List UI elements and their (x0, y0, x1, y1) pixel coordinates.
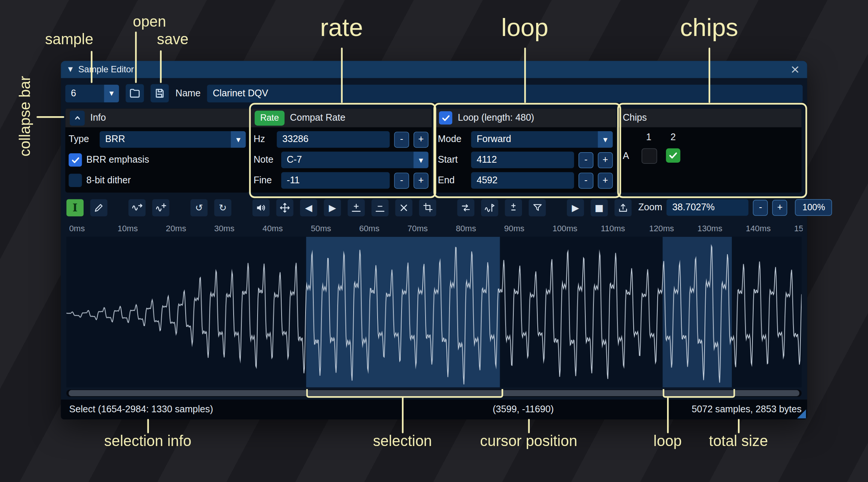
loop-end-plus-button[interactable]: + (598, 172, 613, 189)
resample-button[interactable] (152, 199, 169, 216)
filter-button[interactable] (529, 199, 546, 216)
chevron-up-icon (73, 114, 82, 123)
scrollbar-thumb[interactable] (69, 390, 799, 396)
dither-checkbox[interactable] (69, 174, 82, 187)
undo-button[interactable]: ↺ (190, 199, 208, 216)
chevron-down-icon[interactable]: ▼ (104, 84, 119, 102)
upload-icon (618, 202, 628, 213)
resize-grip[interactable] (797, 410, 806, 419)
rate-badge[interactable]: Rate (255, 111, 284, 126)
chip-2-checkbox[interactable] (666, 148, 680, 163)
time-ruler[interactable]: 0ms10ms20ms30ms40ms50ms60ms70ms80ms90ms1… (66, 222, 803, 236)
ruler-label: 70ms (408, 223, 428, 233)
waveform-view[interactable] (66, 237, 802, 388)
horizontal-scrollbar[interactable] (66, 389, 802, 397)
chips-col-2: 2 (666, 132, 680, 143)
zoom-reset-button[interactable]: 100% (795, 199, 832, 216)
rate-panel: Rate Compat Rate Hz 33286 - + Note C-7 ▼ (250, 108, 432, 192)
delete-button[interactable] (395, 199, 412, 216)
line-minus-icon (375, 202, 385, 213)
normalize-button[interactable] (276, 199, 294, 216)
folder-icon (129, 87, 141, 99)
loop-start-minus-button[interactable]: - (579, 152, 594, 168)
loop-checkbox[interactable] (439, 111, 452, 124)
brr-emphasis-checkbox[interactable] (69, 153, 82, 166)
draw-tool-button[interactable] (90, 199, 108, 216)
sample-select[interactable]: 6 ▼ (65, 84, 119, 102)
select-tool-button[interactable]: I (66, 199, 84, 216)
annotation-loop: loop (501, 13, 549, 42)
loop-header: Loop (length: 480) (458, 112, 534, 124)
type-select[interactable]: BRR ▼ (100, 131, 246, 148)
swap-arrows-icon (460, 202, 471, 213)
hz-input[interactable]: 33286 (277, 131, 390, 148)
hz-label: Hz (253, 134, 272, 145)
trim-button[interactable] (419, 199, 436, 216)
chevron-down-icon[interactable]: ▼ (414, 152, 429, 168)
fade-out-button[interactable]: ▶ (324, 199, 341, 216)
chip-1-checkbox[interactable] (642, 148, 657, 164)
hz-plus-button[interactable]: + (414, 132, 429, 148)
loop-end-label: End (438, 175, 467, 186)
ruler-label: 80ms (456, 223, 476, 233)
apply-silence-button[interactable] (372, 199, 389, 216)
name-label: Name (175, 88, 201, 99)
titlebar[interactable]: ▼ Sample Editor × (61, 61, 807, 78)
chevron-down-icon[interactable]: ▼ (598, 131, 613, 148)
insert-silence-button[interactable] (348, 199, 365, 216)
zoom-out-button[interactable]: - (753, 199, 768, 216)
invert-button[interactable] (481, 199, 498, 216)
amplify-button[interactable] (252, 199, 270, 216)
loop-end-minus-button[interactable]: - (579, 172, 594, 189)
floppy-icon (154, 87, 165, 99)
ruler-label: 40ms (262, 223, 283, 233)
window-collapse-icon[interactable]: ▼ (68, 66, 73, 73)
ruler-label: 30ms (214, 223, 234, 233)
wave-flag-icon (484, 202, 495, 213)
sign-convert-button[interactable] (505, 199, 522, 216)
fine-minus-button[interactable]: - (394, 172, 409, 189)
import-button[interactable] (615, 199, 632, 216)
note-select[interactable]: C-7 ▼ (281, 152, 429, 168)
loop-mode-select[interactable]: Forward ▼ (471, 131, 613, 148)
open-button[interactable] (126, 84, 144, 102)
annotation-line (528, 419, 529, 433)
speaker-icon (256, 202, 266, 213)
check-icon (70, 155, 80, 165)
loop-start-plus-button[interactable]: + (598, 152, 613, 168)
reverse-button[interactable] (457, 199, 475, 216)
ruler-label: 0ms (69, 223, 85, 233)
collapse-bar-button[interactable] (70, 111, 85, 126)
fine-input[interactable]: -11 (281, 172, 390, 189)
info-panel: Info Type BRR ▼ BRR emphasis (65, 108, 249, 192)
waveform-canvas[interactable] (66, 237, 802, 388)
chips-panel: Chips 1 2 A (618, 108, 802, 192)
fine-plus-button[interactable]: + (414, 172, 429, 189)
crop-icon (423, 202, 433, 213)
save-button[interactable] (151, 84, 169, 102)
sample-row: 6 ▼ Name Clarinet DQV (65, 84, 803, 102)
pencil-icon (94, 202, 104, 213)
toolbar: I ↺ ↻ ◀ ▶ (66, 198, 802, 217)
zoom-value-input[interactable]: 38.7027% (667, 199, 749, 216)
loop-start-label: Start (438, 154, 467, 166)
chevron-down-icon[interactable]: ▼ (231, 131, 246, 148)
preview-stop-button[interactable]: ■ (591, 199, 608, 216)
loop-end-input[interactable]: 4592 (471, 172, 574, 189)
resize-button[interactable] (129, 199, 146, 216)
hz-minus-button[interactable]: - (394, 132, 409, 148)
loop-start-input[interactable]: 4112 (471, 152, 574, 168)
zoom-in-button[interactable]: + (772, 199, 787, 216)
redo-button[interactable]: ↻ (214, 199, 231, 216)
check-icon (668, 151, 678, 161)
annotation-save: save (157, 31, 189, 48)
ruler-label: 50ms (311, 223, 331, 233)
plus-minus-icon (508, 202, 519, 213)
preview-play-button[interactable]: ▶ (567, 199, 584, 216)
ruler-label: 60ms (359, 223, 379, 233)
move-arrows-icon (280, 202, 290, 213)
name-input[interactable]: Clarinet DQV (207, 84, 803, 102)
close-icon[interactable]: × (790, 64, 800, 75)
fade-in-button[interactable]: ◀ (300, 199, 317, 216)
cursor-position-text: (3599, -11690) (493, 404, 554, 415)
